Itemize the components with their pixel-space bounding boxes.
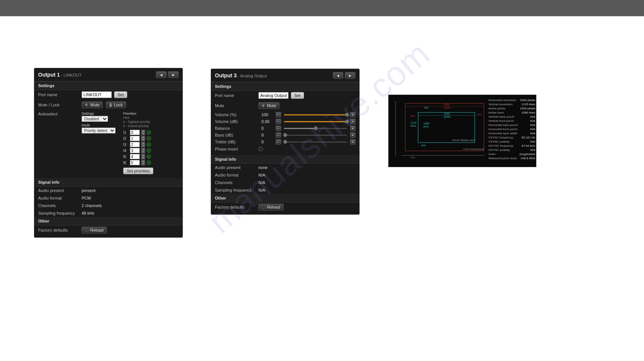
timing-key: Horizontal sync width: <box>488 131 518 135</box>
priority-label: I2 <box>123 137 128 141</box>
timing-row: Active lines:1080 lines <box>488 111 535 115</box>
spin-down[interactable]: ▼ <box>141 163 145 165</box>
decrement-button[interactable]: − <box>276 132 281 138</box>
mute-button[interactable]: Mute <box>258 102 280 109</box>
signal-value: PCM <box>82 196 91 200</box>
signal-value: N/A <box>258 173 265 177</box>
reload-icon <box>262 205 266 209</box>
slider-track[interactable] <box>284 114 347 115</box>
spin-up[interactable]: ▲ <box>141 136 145 138</box>
phase-invert-label: Phase invert <box>215 147 258 151</box>
timing-value: 67.84 kHz <box>522 144 535 148</box>
timing-row: VSYNC frequency:60.121 Hz <box>488 135 535 140</box>
priority-input[interactable] <box>130 130 140 135</box>
priority-label: I3 <box>123 143 128 147</box>
mute-button[interactable]: Mute <box>82 101 103 108</box>
decrement-button[interactable]: − <box>276 139 281 144</box>
spin-down[interactable]: ▼ <box>141 132 145 135</box>
priorities-label: Priorities <box>123 112 153 116</box>
next-button[interactable]: ► <box>345 72 355 79</box>
prev-button[interactable]: ◄ <box>333 72 343 79</box>
prev-button[interactable]: ◄ <box>156 71 167 78</box>
spin-up[interactable]: ▲ <box>141 160 145 163</box>
check-icon: ✓ <box>147 160 151 165</box>
hint-line3: 5 - lowest priority <box>123 124 153 128</box>
decrement-button[interactable]: − <box>276 126 281 131</box>
mode-label: Mode <box>82 123 123 128</box>
svg-text:N/A: N/A <box>411 156 415 158</box>
timing-table: Horizontal resolution:2200 pixelsVertica… <box>488 98 535 160</box>
timing-key: Vertical front porch: <box>488 119 514 123</box>
set-priorities-button[interactable]: Set priorities <box>123 167 153 174</box>
signal-row: Sampling frequency48 kHz <box>34 209 182 217</box>
timing-value: 148.8 MHz <box>520 156 535 160</box>
autoselect-select[interactable]: Disabled <box>82 116 108 122</box>
svg-text:Actual display area: Actual display area <box>452 139 474 142</box>
signal-row: Channels2 channels <box>34 202 182 209</box>
spin-up[interactable]: ▲ <box>141 148 145 151</box>
timing-value: 1920 pixels <box>520 106 535 111</box>
priority-input[interactable] <box>130 160 140 165</box>
timing-key: Horizontal back porch: <box>488 123 519 127</box>
timing-key: Active pixels: <box>488 106 506 111</box>
timing-row: Vertical resolution:1125 lines <box>488 102 535 106</box>
increment-button[interactable]: + <box>350 139 355 144</box>
settings-header: Settings <box>34 81 182 90</box>
output1-panel: Output 1 - LINKOUT ◄ ► Settings Port nam… <box>34 68 183 238</box>
increment-button[interactable]: + <box>350 119 355 124</box>
spin-up[interactable]: ▲ <box>141 130 145 132</box>
reload-button[interactable]: Reload <box>82 227 107 233</box>
signal-row: Audio presentpresent <box>34 187 182 194</box>
svg-text:N/A: N/A <box>477 113 482 116</box>
priority-input[interactable] <box>130 154 140 159</box>
slider-value: 100 <box>261 112 273 117</box>
timing-row: Vertical front porch:N/A <box>488 119 535 123</box>
phase-invert-radio[interactable] <box>258 147 263 151</box>
increment-button[interactable]: + <box>350 132 355 138</box>
decrement-button[interactable]: − <box>276 112 281 117</box>
slider-track[interactable] <box>284 141 347 143</box>
priority-input[interactable] <box>130 148 140 153</box>
spin-down[interactable]: ▼ <box>141 151 145 153</box>
port-name-input[interactable] <box>258 92 289 99</box>
reload-button[interactable]: Reload <box>258 204 284 210</box>
timing-value: N/A <box>530 115 535 119</box>
lock-button[interactable]: Lock <box>106 101 126 108</box>
timing-key: HSYNC polarity: <box>488 148 510 152</box>
timing-row: Horizontal front porch:N/A <box>488 127 535 131</box>
increment-button[interactable]: + <box>350 126 355 131</box>
check-icon: ✓ <box>147 154 151 159</box>
spin-down[interactable]: ▼ <box>141 144 145 147</box>
timing-value: N/A <box>530 127 535 131</box>
timing-key: VSYNC frequency: <box>488 135 514 140</box>
check-icon: ✓ <box>147 130 151 135</box>
spin-up[interactable]: ▲ <box>141 142 145 144</box>
decrement-button[interactable]: − <box>276 119 281 124</box>
timing-key: Vertical back porch: <box>488 115 515 119</box>
svg-text:lines: lines <box>411 124 416 127</box>
spin-up[interactable]: ▲ <box>141 154 145 157</box>
signal-key: Audio format <box>215 173 258 177</box>
slider-row: Treble (dB) 0 − + <box>211 138 359 145</box>
settings-header: Settings <box>211 82 359 91</box>
slider-track[interactable] <box>284 121 347 122</box>
top-bar <box>0 0 644 16</box>
set-button[interactable]: Set <box>114 91 127 98</box>
signal-key: Channels <box>215 180 258 185</box>
set-button[interactable]: Set <box>291 92 304 99</box>
priority-input[interactable] <box>130 142 140 147</box>
increment-button[interactable]: + <box>350 112 355 117</box>
spin-down[interactable]: ▼ <box>141 138 145 141</box>
port-name-input[interactable] <box>82 91 112 98</box>
slider-row: Volume (dB) 0.00 − + <box>211 118 359 125</box>
signal-value: N/A <box>258 180 265 185</box>
next-button[interactable]: ► <box>168 71 179 78</box>
timing-row: Horizontal resolution:2200 pixels <box>488 98 535 102</box>
priority-input[interactable] <box>130 136 140 141</box>
timing-value: 60.121 Hz <box>522 135 535 140</box>
slider-track[interactable] <box>284 128 347 129</box>
mode-select[interactable]: Priority detect <box>82 128 116 134</box>
priority-row: I2 ▲▼ ✓ <box>123 136 153 141</box>
spin-down[interactable]: ▼ <box>141 157 145 159</box>
slider-track[interactable] <box>284 135 347 136</box>
